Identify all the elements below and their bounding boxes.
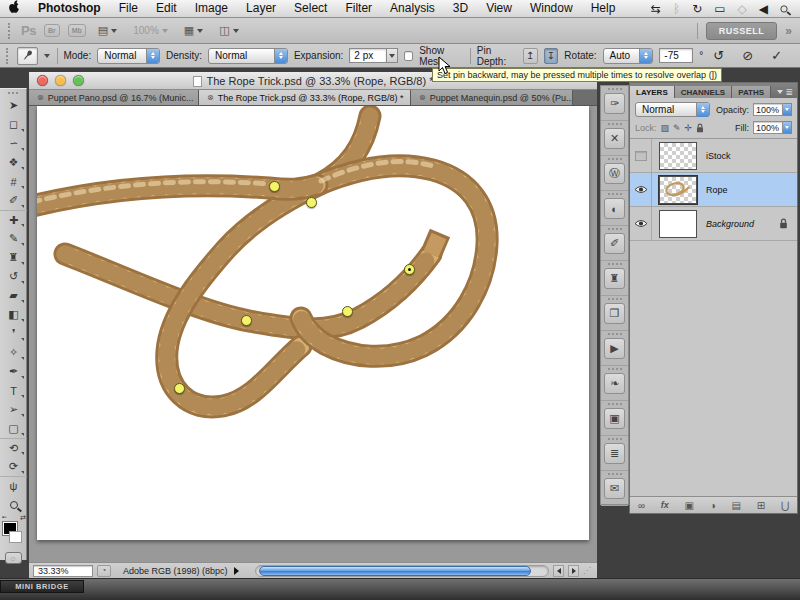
layer-style-button[interactable]: fx xyxy=(661,500,669,510)
crop-tool[interactable]: # xyxy=(0,172,27,191)
menu-help[interactable]: Help xyxy=(582,0,625,17)
visibility-toggle[interactable] xyxy=(630,173,652,207)
layer-thumbnail[interactable] xyxy=(659,210,697,238)
commit-puppet-warp-button[interactable]: ✓ xyxy=(767,48,786,63)
actions-panel-icon[interactable]: ▶ xyxy=(604,338,625,359)
appbar-grip[interactable] xyxy=(8,23,11,39)
opacity-field[interactable]: 100% xyxy=(753,103,783,116)
menu-filter[interactable]: Filter xyxy=(336,0,381,17)
expansion-field[interactable]: 2 px xyxy=(349,48,387,63)
path-selection-tool[interactable]: ➢ xyxy=(0,400,27,419)
displays-icon[interactable]: ▭ xyxy=(714,2,725,16)
zoom-percent-field[interactable]: 33.33% xyxy=(33,565,93,577)
puppet-pin[interactable] xyxy=(269,181,280,192)
opacity-dropdown[interactable] xyxy=(783,103,792,116)
set-pin-forward-button[interactable]: ↥ xyxy=(523,48,538,64)
add-layer-mask-button[interactable]: ▣ xyxy=(685,500,694,511)
hand-tool[interactable]: ψ xyxy=(0,476,27,495)
adjustment-layer-button[interactable]: ◑ xyxy=(710,500,716,511)
set-pin-backward-button[interactable]: ↧ xyxy=(544,48,559,64)
layer-row-rope[interactable]: Rope xyxy=(630,173,797,207)
lock-paint-icon[interactable]: ✎ xyxy=(673,123,681,133)
tool-preset-arrow[interactable] xyxy=(44,47,51,65)
cancel-puppet-warp-button[interactable]: ⊘ xyxy=(738,48,757,63)
scroll-right-button[interactable] xyxy=(568,565,579,577)
brush-presets-panel-icon[interactable]: ✐ xyxy=(604,233,625,254)
clone-source-panel-icon[interactable]: ♜ xyxy=(604,268,625,289)
fill-field[interactable]: 100% xyxy=(753,121,783,134)
visibility-toggle[interactable] xyxy=(630,139,652,173)
menu-file[interactable]: File xyxy=(110,0,147,17)
shape-tool[interactable]: ▢ xyxy=(0,419,27,438)
healing-brush-tool[interactable]: ✚ xyxy=(0,210,27,229)
optionsbar-grip[interactable] xyxy=(6,48,9,64)
lock-all-icon[interactable] xyxy=(696,123,704,133)
layer-row-background[interactable]: Background xyxy=(630,207,797,241)
masks-panel-icon[interactable]: ❧ xyxy=(604,373,625,394)
background-color-swatch[interactable] xyxy=(9,531,22,543)
tab-puppet-manequin[interactable]: ⊗ Puppet Manequin.psd @ 50% (Pu... xyxy=(411,90,573,105)
history-panel-icon[interactable]: ❐ xyxy=(604,303,625,324)
mini-bridge-tab[interactable]: MINI BRIDGE xyxy=(0,580,84,593)
horizontal-scrollbar[interactable] xyxy=(255,565,549,577)
delete-layer-button[interactable]: ⋃ xyxy=(781,500,789,511)
fill-dropdown[interactable] xyxy=(783,121,792,134)
history-brush-tool[interactable]: ↺ xyxy=(0,267,27,286)
puppet-pin[interactable] xyxy=(174,383,185,394)
puppet-pin[interactable] xyxy=(241,315,252,326)
new-group-button[interactable]: ▤ xyxy=(731,500,740,511)
visibility-toggle[interactable] xyxy=(630,207,652,241)
screen-mode-button[interactable]: ◫ xyxy=(215,22,242,39)
color-profile-status[interactable]: Adobe RGB (1998) (8bpc) xyxy=(115,564,247,577)
gradient-tool[interactable]: ◧ xyxy=(0,305,27,324)
tab-puppet-pano[interactable]: ⊗ Puppet Pano.psd @ 16.7% (Munic... xyxy=(29,90,199,105)
menu-view[interactable]: View xyxy=(477,0,521,17)
puppet-pin[interactable] xyxy=(306,197,317,208)
appbar-overflow-button[interactable]: » xyxy=(785,24,792,38)
marquee-tool[interactable]: ◻ xyxy=(0,115,27,134)
tab-channels[interactable]: CHANNELS xyxy=(675,86,732,98)
swap-swatches-icon[interactable]: ⇄ xyxy=(20,514,26,522)
eraser-tool[interactable]: ▰ xyxy=(0,286,27,305)
default-swatches-icon[interactable]: ▪▫ xyxy=(2,514,6,520)
paragraph-panel-icon[interactable]: ≣ xyxy=(604,443,625,464)
layer-name[interactable]: Background xyxy=(706,219,754,229)
rotate-angle-field[interactable]: -75 xyxy=(659,48,693,63)
rotate-select[interactable]: Auto xyxy=(603,48,654,64)
view-extras-button[interactable]: ▤ xyxy=(94,22,121,39)
tool-presets-panel-icon[interactable]: ✕ xyxy=(604,128,625,149)
puppet-pin[interactable] xyxy=(342,306,353,317)
sync-icon[interactable]: ↻ xyxy=(692,2,702,16)
pen-tool[interactable]: ✒ xyxy=(0,362,27,381)
remove-all-pins-button[interactable]: ↺ xyxy=(709,48,728,63)
menu-image[interactable]: Image xyxy=(186,0,237,17)
review-panel-icon[interactable]: ✉ xyxy=(604,478,625,499)
menu-photoshop[interactable]: Photoshop xyxy=(29,0,110,17)
volume-icon[interactable]: ◀ xyxy=(759,2,768,16)
density-select[interactable]: Normal xyxy=(208,48,288,64)
w-panel-icon[interactable]: Ⓦ xyxy=(604,163,625,184)
layer-name[interactable]: Rope xyxy=(706,185,728,195)
clone-stamp-tool[interactable]: ♜ xyxy=(0,248,27,267)
dodge-tool[interactable]: ✧ xyxy=(0,343,27,362)
toolbar-grip[interactable] xyxy=(8,92,18,94)
layer-row-istock[interactable]: iStock xyxy=(630,139,797,173)
new-layer-button[interactable]: ⊞ xyxy=(757,500,765,511)
show-mesh-checkbox[interactable] xyxy=(404,51,413,61)
layer-comps-panel-icon[interactable]: ▣ xyxy=(604,408,625,429)
blend-mode-select[interactable]: Normal xyxy=(635,102,710,117)
orbit-3d-tool[interactable]: ⟳ xyxy=(0,457,27,476)
menu-select[interactable]: Select xyxy=(285,0,336,17)
brushes-panel-icon[interactable]: ✑ xyxy=(604,93,625,114)
launch-minibridge-button[interactable]: Mb xyxy=(68,24,86,37)
quick-mask-button[interactable]: ◌ xyxy=(5,552,22,564)
close-tab-icon[interactable]: ⊗ xyxy=(419,93,426,102)
expansion-dropdown[interactable] xyxy=(387,48,398,63)
type-tool[interactable]: T xyxy=(0,381,27,400)
adjustments-panel-icon[interactable]: ◐ xyxy=(604,198,625,219)
blur-tool[interactable]: ❜ xyxy=(0,324,27,343)
menu-3d[interactable]: 3D xyxy=(444,0,477,17)
lasso-tool[interactable]: ∽ xyxy=(0,134,27,153)
canvas-area[interactable] xyxy=(29,106,597,562)
link-layers-button[interactable]: ∞ xyxy=(638,500,645,511)
